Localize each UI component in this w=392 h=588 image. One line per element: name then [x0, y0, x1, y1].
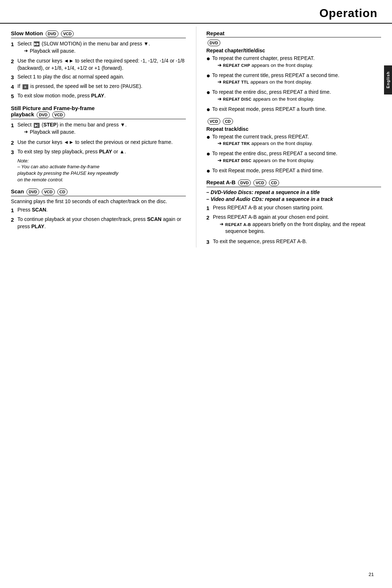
scan-step-2: 2 To continue playback at your chosen ch… — [11, 216, 186, 230]
slow-motion-step-1: 1 Select ▶▶ (SLOW MOTION) in the menu ba… — [11, 40, 186, 56]
vcd-badge-ab: VCD — [253, 180, 266, 186]
page-header: Operation — [0, 0, 392, 24]
vcd-badge-2: VCD — [52, 112, 65, 118]
repeat-ab-subtitle1: – DVD-Video Discs: repeat a sequence in … — [207, 189, 381, 195]
dvd-badge-2: DVD — [37, 112, 49, 118]
repeat-track-disc-title: Repeat track/disc — [207, 126, 381, 132]
repeat-vcd-cd-subsection: VCD CD Repeat track/disc ● To repeat the… — [207, 118, 381, 174]
note-block: Note: – You can also activate frame-by-f… — [17, 158, 186, 184]
dvd-badge-3: DVD — [26, 189, 39, 195]
language-tab: English — [384, 65, 392, 94]
repeat-vcd-cd-bullets: ● To repeat the current track, press REP… — [207, 133, 381, 174]
repeat-ab-steps: 1 Press REPEAT A-B at your chosen starti… — [207, 204, 381, 246]
arrow-row: ➜ REPEAT TTL appears on the front displa… — [217, 79, 381, 86]
vcd-cd-badges: VCD CD — [207, 118, 381, 124]
scan-intro: Scanning plays the first 10 seconds of e… — [11, 198, 186, 204]
dvd-badge: DVD — [46, 31, 58, 37]
arrow-item: ➜ Playback will pause. — [24, 48, 186, 55]
dvd-badge-repeat: DVD — [207, 40, 381, 46]
scan-step-1: 1 Press SCAN. — [11, 206, 186, 214]
repeat-ab-step-1: 1 Press REPEAT A-B at your chosen starti… — [207, 204, 381, 212]
still-picture-step-1: 1 Select ▶| (STEP) in the menu bar and p… — [11, 121, 186, 137]
still-picture-heading: Still Picture and Frame-by-frameplayback… — [11, 105, 186, 119]
slow-motion-icon: ▶▶ — [34, 41, 40, 47]
dvd-badge-ab: DVD — [238, 180, 251, 186]
pause-icon: II — [23, 84, 28, 89]
repeat-chapter-title: Repeat chapter/title/disc — [207, 48, 381, 53]
arrow-item: ➜ Playback will pause. — [24, 129, 186, 136]
bullet-item: ● To repeat the current title, press REP… — [207, 72, 381, 87]
scan-steps: 1 Press SCAN. 2 To continue playback at … — [11, 206, 186, 230]
arrow-row: ➜ REPEAT TRK appears on the front displa… — [217, 140, 381, 147]
repeat-dvd-subsection: DVD Repeat chapter/title/disc ● To repea… — [207, 40, 381, 113]
note-text: – You can also activate frame-by-frame p… — [17, 164, 186, 184]
repeat-ab-subtitle2: – Video and Audio CDs: repeat a sequence… — [207, 196, 381, 202]
cd-badge-repeat: CD — [223, 118, 233, 125]
arrow-item: ➜ REPEAT A-B appears briefly on the fron… — [220, 221, 381, 235]
repeat-dvd-bullets: ● To repeat the current chapter, press R… — [207, 55, 381, 113]
page-number: 21 — [369, 572, 374, 577]
arrow-row: ➜ REPEAT DISC appears on the front displ… — [217, 157, 381, 164]
slow-motion-heading: Slow Motion DVD VCD — [11, 30, 186, 38]
still-picture-steps: 1 Select ▶| (STEP) in the menu bar and p… — [11, 121, 186, 156]
slow-motion-step-4: 4 If II is pressed, the speed will be se… — [11, 83, 186, 90]
vcd-badge-repeat: VCD — [208, 118, 220, 125]
vcd-badge: VCD — [61, 31, 74, 37]
slow-motion-step-5: 5 To exit slow motion mode, press PLAY. — [11, 92, 186, 100]
main-content: Slow Motion DVD VCD 1 Select ▶▶ (SLOW MO… — [0, 27, 392, 247]
vcd-badge-3: VCD — [42, 189, 54, 195]
bullet-item: ● To repeat the entire disc, press REPEA… — [207, 89, 381, 104]
repeat-ab-step-3: 3 To exit the sequence, press REPEAT A-B… — [207, 238, 381, 246]
repeat-ab-heading: Repeat A-B DVD VCD CD — [207, 179, 381, 187]
bullet-item: ● To exit Repeat mode, press REPEAT a th… — [207, 167, 381, 174]
scan-heading: Scan DVD VCD CD — [11, 188, 186, 196]
left-column: Slow Motion DVD VCD 1 Select ▶▶ (SLOW MO… — [11, 27, 196, 247]
repeat-ab-step-2: 2 Press REPEAT A-B again at your chosen … — [207, 214, 381, 236]
bullet-item: ● To repeat the entire disc, press REPEA… — [207, 150, 381, 165]
repeat-heading: Repeat — [207, 30, 381, 37]
slow-motion-section: Slow Motion DVD VCD 1 Select ▶▶ (SLOW MO… — [11, 30, 186, 100]
still-picture-step-3: 3 To exit step by step playback, press P… — [11, 148, 186, 156]
still-picture-section: Still Picture and Frame-by-frameplayback… — [11, 105, 186, 183]
bullet-item: ● To repeat the current chapter, press R… — [207, 55, 381, 70]
cd-badge-ab: CD — [269, 180, 279, 186]
scan-section: Scan DVD VCD CD Scanning plays the first… — [11, 188, 186, 230]
language-tab-label: English — [386, 72, 390, 89]
repeat-section: Repeat DVD Repeat chapter/title/disc ● T… — [207, 30, 381, 246]
arrow-row: ➜ REPEAT DISC appears on the front displ… — [217, 96, 381, 103]
slow-motion-step-2: 2 Use the cursor keys ◄► to select the r… — [11, 57, 186, 72]
step-icon: ▶| — [34, 123, 40, 128]
note-label: Note: — [17, 158, 186, 164]
arrow-row: ➜ REPEAT CHP appears on the front displa… — [217, 62, 381, 69]
still-picture-step-2: 2 Use the cursor keys ◄► to select the p… — [11, 139, 186, 146]
slow-motion-step-3: 3 Select 1 to play the disc at normal sp… — [11, 73, 186, 81]
right-column: Repeat DVD Repeat chapter/title/disc ● T… — [196, 27, 381, 247]
repeat-ab-section: Repeat A-B DVD VCD CD – DVD-Video Discs:… — [207, 179, 381, 246]
bullet-item: ● To repeat the current track, press REP… — [207, 133, 381, 148]
bullet-item: ● To exit Repeat mode, press REPEAT a fo… — [207, 106, 381, 113]
slow-motion-steps: 1 Select ▶▶ (SLOW MOTION) in the menu ba… — [11, 40, 186, 100]
page-title: Operation — [319, 7, 377, 20]
cd-badge: CD — [57, 189, 68, 195]
